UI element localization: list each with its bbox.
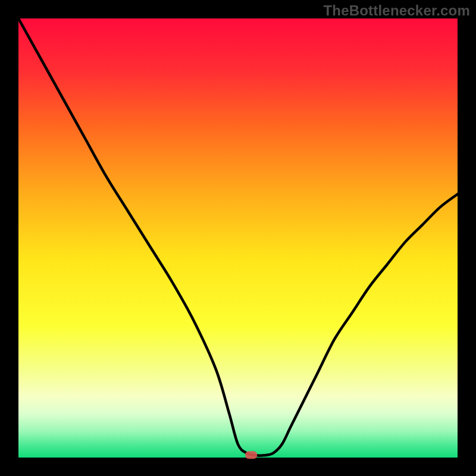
plot-background — [18, 18, 458, 458]
bottleneck-chart — [0, 0, 476, 476]
optimal-marker — [245, 451, 257, 459]
watermark-text: TheBottlenecker.com — [323, 2, 470, 19]
chart-frame: TheBottlenecker.com — [0, 0, 476, 476]
